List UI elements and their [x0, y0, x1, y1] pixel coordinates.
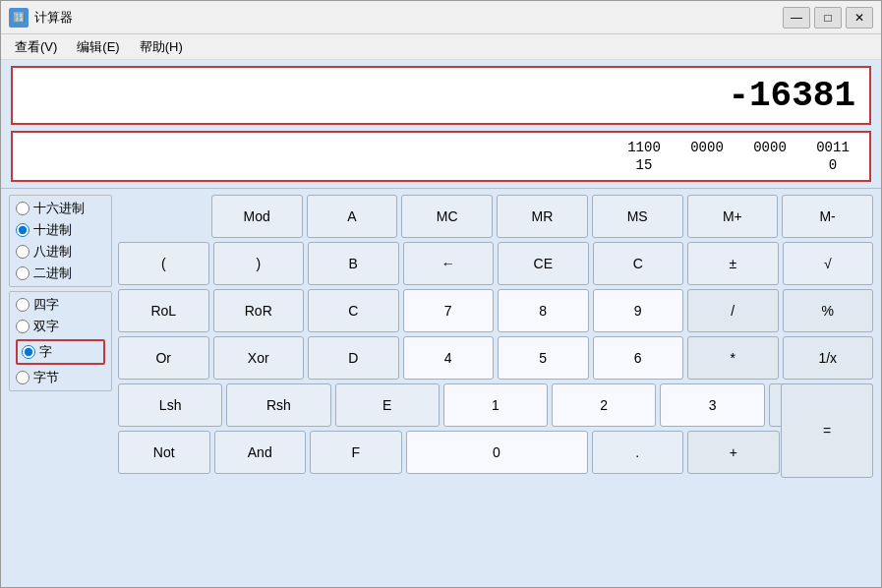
- btn-rsh[interactable]: Rsh: [226, 383, 330, 427]
- btn-e[interactable]: E: [335, 383, 440, 427]
- left-panel: 十六进制 十进制 八进制 二进制 四字: [9, 195, 112, 581]
- btn-a[interactable]: A: [307, 195, 398, 238]
- menu-help[interactable]: 帮助(H): [132, 36, 191, 58]
- btn-add[interactable]: +: [687, 431, 780, 474]
- title-bar: 🔢 计算器 — □ ✕: [1, 1, 881, 34]
- btn-7[interactable]: 7: [403, 289, 495, 332]
- word-radio-group: 四字 双字 字 字节: [9, 291, 112, 391]
- radio-bin[interactable]: 二进制: [16, 265, 105, 282]
- btn-8[interactable]: 8: [498, 289, 589, 332]
- radio-dec-label: 十进制: [33, 221, 72, 239]
- main-display: -16381: [11, 66, 871, 125]
- btn-ms[interactable]: MS: [592, 195, 683, 238]
- btn-not[interactable]: Not: [118, 431, 210, 474]
- radio-byte-input[interactable]: [16, 371, 29, 384]
- btn-and[interactable]: And: [214, 431, 307, 474]
- btn-row-1: Mod A MC MR MS M+ M-: [118, 195, 873, 238]
- btn-mul[interactable]: *: [687, 336, 779, 380]
- radio-oct-label: 八进制: [33, 243, 72, 261]
- radio-dword-input[interactable]: [16, 320, 29, 333]
- binary-row-bot: 15 0: [27, 157, 855, 173]
- radio-dword-label: 双字: [33, 318, 59, 335]
- btn-rol[interactable]: RoL: [118, 289, 209, 332]
- radio-dec-input[interactable]: [16, 223, 29, 237]
- radio-bin-label: 二进制: [33, 265, 72, 282]
- radio-word[interactable]: 字: [16, 339, 105, 365]
- btn-ce[interactable]: CE: [498, 242, 589, 285]
- base-radio-group: 十六进制 十进制 八进制 二进制: [9, 195, 112, 287]
- btn-c[interactable]: C: [593, 242, 684, 285]
- btn-row-5: Lsh Rsh E 1 2 3 - =: [118, 383, 873, 427]
- btn-backspace[interactable]: ←: [403, 242, 495, 285]
- radio-oct-input[interactable]: [16, 245, 29, 259]
- btn-row-6: Not And F 0 . +: [118, 431, 873, 474]
- btn-mc[interactable]: MC: [401, 195, 493, 238]
- radio-word-input[interactable]: [22, 345, 35, 359]
- btn-mminus[interactable]: M-: [782, 195, 873, 238]
- radio-qword-input[interactable]: [16, 298, 29, 312]
- bin-g2-bot: [684, 157, 730, 173]
- radio-hex[interactable]: 十六进制: [16, 200, 105, 217]
- radio-dword[interactable]: 双字: [16, 318, 105, 335]
- btn-rparen[interactable]: ): [213, 242, 305, 285]
- radio-bin-input[interactable]: [16, 266, 29, 280]
- btn-b[interactable]: B: [308, 242, 399, 285]
- btn-d[interactable]: D: [308, 336, 399, 380]
- btn-9[interactable]: 9: [593, 289, 684, 332]
- close-button[interactable]: ✕: [846, 7, 873, 29]
- menu-bar: 查看(V) 编辑(E) 帮助(H): [1, 34, 881, 60]
- btn-or[interactable]: Or: [118, 336, 209, 380]
- bin-g1-top: 1100: [621, 140, 667, 155]
- btn-dot[interactable]: .: [592, 431, 684, 474]
- radio-qword-label: 四字: [33, 296, 59, 314]
- maximize-button[interactable]: □: [814, 7, 842, 29]
- app-icon: 🔢: [9, 8, 29, 28]
- bin-g3-bot: [747, 157, 793, 173]
- btn-4[interactable]: 4: [403, 336, 495, 380]
- btn-inv[interactable]: 1/x: [783, 336, 874, 380]
- btn-lsh[interactable]: Lsh: [118, 383, 222, 427]
- buttons-panel: Mod A MC MR MS M+ M- ( ) B ← CE C ± √: [118, 195, 873, 581]
- btn-equals[interactable]: =: [781, 383, 873, 478]
- binary-row-top: 1100 0000 0000 0011: [27, 140, 855, 155]
- radio-qword[interactable]: 四字: [16, 296, 105, 314]
- radio-byte[interactable]: 字节: [16, 369, 105, 386]
- radio-dec[interactable]: 十进制: [16, 221, 105, 239]
- btn-pm[interactable]: ±: [687, 242, 779, 285]
- btn-6[interactable]: 6: [593, 336, 684, 380]
- btn-xor[interactable]: Xor: [213, 336, 305, 380]
- bin-g4-top: 0011: [810, 140, 855, 155]
- binary-display: 1100 0000 0000 0011 15 0: [11, 131, 871, 182]
- menu-view[interactable]: 查看(V): [7, 36, 65, 58]
- window-title: 计算器: [34, 9, 783, 27]
- btn-row-3: RoL RoR C 7 8 9 / %: [118, 289, 873, 332]
- minimize-button[interactable]: —: [783, 7, 810, 29]
- window-controls: — □ ✕: [783, 7, 873, 29]
- btn-mplus[interactable]: M+: [687, 195, 779, 238]
- btn-3[interactable]: 3: [660, 383, 764, 427]
- btn-2[interactable]: 2: [552, 383, 656, 427]
- radio-hex-label: 十六进制: [33, 200, 85, 217]
- btn-sqrt[interactable]: √: [783, 242, 874, 285]
- btn-ror[interactable]: RoR: [213, 289, 305, 332]
- btn-mod[interactable]: Mod: [211, 195, 303, 238]
- btn-lparen[interactable]: (: [118, 242, 209, 285]
- btn-f[interactable]: F: [310, 431, 402, 474]
- radio-oct[interactable]: 八进制: [16, 243, 105, 261]
- calc-body: 十六进制 十进制 八进制 二进制 四字: [1, 189, 881, 587]
- btn-5[interactable]: 5: [498, 336, 589, 380]
- radio-byte-label: 字节: [33, 369, 59, 386]
- btn-cc[interactable]: C: [308, 289, 399, 332]
- display-area: -16381 1100 0000 0000 0011 15 0: [1, 60, 881, 189]
- radio-word-label: 字: [39, 343, 52, 361]
- bin-g4-bot: 0: [810, 157, 855, 173]
- btn-div[interactable]: /: [687, 289, 779, 332]
- btn-mr[interactable]: MR: [497, 195, 588, 238]
- menu-edit[interactable]: 编辑(E): [69, 36, 127, 58]
- btn-pct[interactable]: %: [783, 289, 874, 332]
- btn-row-2: ( ) B ← CE C ± √: [118, 242, 873, 285]
- radio-hex-input[interactable]: [16, 202, 29, 215]
- btn-0[interactable]: 0: [406, 431, 588, 474]
- bin-g2-top: 0000: [684, 140, 730, 155]
- btn-1[interactable]: 1: [443, 383, 548, 427]
